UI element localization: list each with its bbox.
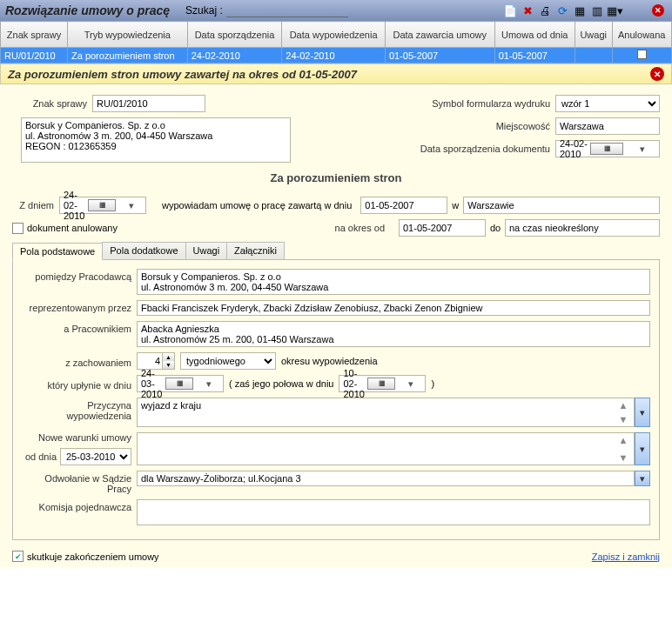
scroll-up-icon[interactable]: ▲ [619, 400, 628, 411]
do-input[interactable] [505, 219, 660, 237]
table-row[interactable]: RU/01/2010 Za porozumieniem stron 24-02-… [1, 48, 672, 64]
symform-select[interactable]: wzór 1 [555, 95, 660, 112]
chevron-down-icon[interactable]: ▾ [397, 378, 423, 390]
search-label: Szukaj : [185, 4, 223, 17]
tab-zalaczniki[interactable]: Załączniki [226, 242, 285, 259]
scroll-down-icon[interactable]: ▼ [619, 414, 628, 424]
data-grid[interactable]: Znak sprawy Tryb wypowiedzenia Data spor… [0, 21, 672, 64]
calendar-icon[interactable]: ▦ [590, 143, 624, 155]
aprac-label: a Pracownikiem [22, 321, 137, 334]
skutkuje-label: skutkuje zakończeniem umowy [27, 551, 159, 562]
window-close-icon[interactable]: ✕ [650, 3, 666, 18]
w-input[interactable] [463, 197, 660, 214]
col-header[interactable]: Data sporządzenia [187, 22, 282, 48]
new-doc-icon[interactable]: 📄 [502, 3, 518, 18]
print-icon[interactable]: 🖨 [537, 3, 553, 18]
miejsc-label: Miejscowość [399, 121, 555, 131]
przy-field[interactable]: wyjazd z kraju▲▼ [137, 398, 635, 427]
zzach-label: z zachowaniem [22, 355, 137, 368]
chevron-down-icon[interactable]: ▾ [118, 200, 144, 211]
odw-label: Odwołanie w Sądzie Pracy [22, 471, 137, 494]
skutkuje-checkbox[interactable]: ✔ [12, 551, 24, 562]
tab-pola-dodatkowe[interactable]: Pola dodatkowe [102, 242, 185, 259]
chevron-down-icon[interactable]: ▾ [625, 144, 657, 155]
spin-up-icon[interactable]: ▲ [162, 353, 174, 361]
nowe-field[interactable]: ▲▼ [137, 432, 635, 465]
refresh-icon[interactable]: ⟳ [554, 3, 570, 18]
zzach-unit-select[interactable]: tygodniowego [180, 352, 276, 370]
calendar-icon[interactable]: ▦ [165, 378, 193, 390]
col-header[interactable]: Tryb wypowiedzenia [67, 22, 187, 48]
wyp-date-input[interactable] [360, 197, 447, 214]
company-textarea[interactable]: Borsuk y Companieros. Sp. z o.o ul. Astr… [21, 117, 291, 163]
footer: ✔ skutkuje zakończeniem umowy Zapisz i z… [0, 545, 672, 567]
tab-pola-podstawowe[interactable]: Pola podstawowe [12, 243, 103, 260]
col-header[interactable]: Data zawarcia umowy [385, 22, 494, 48]
app-title: Rozwiązanie umowy o pracę [5, 3, 170, 17]
przy-dropdown[interactable]: ▾ [635, 398, 650, 427]
nowe-dropdown[interactable]: ▾ [635, 432, 650, 465]
detail-header: Za porozumieniem stron umowy zawartej na… [0, 64, 672, 84]
znak-input[interactable] [92, 95, 205, 112]
nowe-label: Nowe warunki umowy [22, 432, 131, 443]
znak-label: Znak sprawy [12, 98, 92, 109]
scroll-up-icon[interactable]: ▲ [619, 435, 628, 445]
tabs: Pola podstawowe Pola dodatkowe Uwagi Zał… [12, 242, 660, 260]
delete-icon[interactable]: ✖ [520, 3, 535, 18]
col-header[interactable]: Uwagi [575, 22, 612, 48]
anulowany-checkbox[interactable] [12, 223, 24, 234]
tab-uwagi[interactable]: Uwagi [185, 242, 228, 259]
scroll-down-icon[interactable]: ▼ [619, 452, 628, 463]
repre-label: reprezentowanym przez [22, 300, 137, 313]
przy-label: Przyczyna wypowiedzenia [22, 398, 137, 421]
calendar-icon[interactable]: ▦ [367, 378, 395, 390]
ktory-label: który upłynie w dniu [22, 378, 137, 391]
dspd-date[interactable]: 24-02-2010▦▾ [555, 140, 660, 157]
form-area: Znak sprawy Symbol formularza wydruku wz… [0, 84, 672, 545]
kom-label: Komisja pojednawcza [22, 499, 137, 512]
kom-field[interactable] [137, 499, 650, 525]
zdniem-label: Z dniem [12, 200, 59, 211]
ktory-date[interactable]: 24-03-2010▦▾ [137, 375, 224, 392]
symform-label: Symbol formularza wydruku [432, 98, 555, 109]
col-header[interactable]: Anulowana [612, 22, 671, 48]
oddnia-label: od dnia [25, 451, 57, 462]
columns-icon[interactable]: ▥ [589, 3, 605, 18]
zas-date[interactable]: 10-02-2010▦▾ [339, 375, 426, 392]
form-icon[interactable]: ▦ [572, 3, 588, 18]
detail-close-icon[interactable]: ✕ [650, 67, 664, 81]
dspd-label: Data sporządzenia dokumentu [399, 144, 555, 154]
search-input[interactable] [226, 3, 348, 17]
repre-field[interactable]: Fbacki Franciszek Fryderyk, Zbacki Zdzis… [137, 300, 650, 316]
col-header[interactable]: Data wypowiedzenia [282, 22, 386, 48]
detail-title: Za porozumieniem stron umowy zawartej na… [8, 68, 650, 81]
save-close-link[interactable]: Zapisz i zamknij [592, 551, 660, 562]
tab-body: pomiędzy Pracodawcą Borsuk y Companieros… [12, 260, 660, 540]
anulowany-label: dokument anulowany [27, 223, 118, 233]
odw-dropdown[interactable]: ▾ [635, 471, 650, 486]
col-header[interactable]: Umowa od dnia [494, 22, 575, 48]
chevron-down-icon[interactable]: ▾ [195, 378, 221, 390]
oddnia-select[interactable]: 25-03-2010 [60, 448, 131, 465]
calendar-icon[interactable]: ▦ [88, 199, 116, 211]
titlebar: Rozwiązanie umowy o pracę Szukaj : 📄 ✖ 🖨… [0, 0, 672, 21]
zzach-spinner[interactable]: ▲▼ [137, 352, 175, 370]
anulowana-checkbox[interactable] [637, 50, 647, 59]
grid-menu-icon[interactable]: ▦▾ [607, 3, 622, 18]
naokres-input[interactable] [399, 219, 486, 237]
pomiedzy-field[interactable]: Borsuk y Companieros. Sp. z o.o ul. Astr… [137, 269, 650, 295]
odw-field[interactable]: dla Warszawy-Żoliborza; ul.Kocjana 3 [137, 471, 635, 486]
pomiedzy-label: pomiędzy Pracodawcą [22, 269, 137, 282]
zdniem-date[interactable]: 24-02-2010▦▾ [59, 197, 146, 214]
aprac-field[interactable]: Abacka Agnieszka ul. Astronomów 25 m. 20… [137, 321, 650, 347]
col-header[interactable]: Znak sprawy [1, 22, 68, 48]
miejsc-input[interactable] [555, 117, 660, 135]
naokres-label: na okres od [335, 223, 390, 233]
wyp-text: wypowiadam umowę o pracę zawartą w dniu [162, 200, 352, 211]
section-title: Za porozumieniem stron [12, 171, 660, 184]
